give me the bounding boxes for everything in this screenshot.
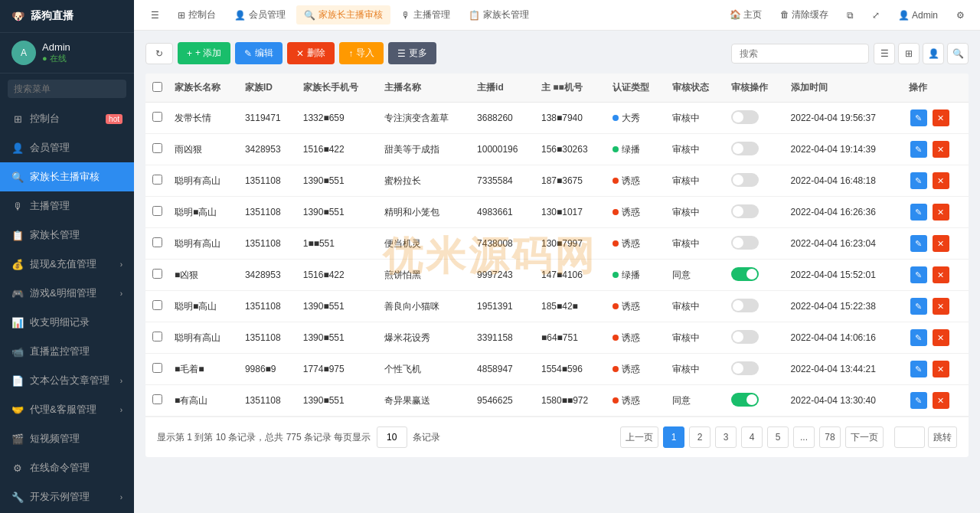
review-toggle[interactable] [731, 236, 759, 250]
row-checkbox[interactable] [152, 206, 162, 216]
row-toggle-cell [725, 103, 784, 134]
sidebar: 🐶 舔狗直播 A Admin ● 在线 ⊞ 控制台 hot 👤 会员管理 🔍 家… [0, 0, 134, 513]
row-edit-button[interactable]: ✎ [910, 266, 927, 283]
sidebar-item-members[interactable]: 👤 会员管理 [0, 133, 134, 162]
page-2-button[interactable]: 2 [689, 426, 710, 448]
topnav-label: 会员管理 [249, 8, 286, 21]
row-edit-button[interactable]: ✎ [910, 109, 927, 126]
row-edit-button[interactable]: ✎ [910, 235, 927, 252]
column-settings-button[interactable]: 👤 [923, 43, 944, 64]
edit-button[interactable]: ✎ 编辑 [235, 42, 283, 64]
pagination: 显示第 1 到第 10 条记录，总共 775 条记录 每页显示 条记录 上一页 … [145, 417, 969, 457]
user-profile: A Admin ● 在线 [0, 33, 134, 74]
page-1-button[interactable]: 1 [663, 426, 684, 448]
grid-view-button[interactable]: ⊞ [898, 43, 920, 64]
refresh-button[interactable]: ↻ [145, 43, 173, 64]
sidebar-item-monitor[interactable]: 📹 直播监控管理 [0, 337, 134, 366]
topnav-clear-cache[interactable]: 🗑 清除缓存 [774, 5, 835, 25]
more-button[interactable]: ☰ 更多 [388, 42, 436, 64]
topnav-item-console[interactable]: ⊞ 控制台 [170, 5, 224, 25]
sidebar-item-family-mgmt[interactable]: 📋 家族长管理 [0, 221, 134, 250]
row-checkbox[interactable] [152, 300, 162, 310]
row-checkbox[interactable] [152, 143, 162, 153]
sidebar-item-records[interactable]: 📊 收支明细记录 [0, 308, 134, 337]
review-toggle[interactable] [731, 142, 759, 155]
per-page-input[interactable] [377, 426, 407, 448]
review-toggle[interactable] [731, 299, 759, 312]
add-button[interactable]: + + 添加 [178, 42, 230, 64]
jump-button[interactable]: 跳转 [928, 426, 957, 448]
next-page-button[interactable]: 下一页 [845, 426, 884, 448]
search-button[interactable]: 🔍 [947, 43, 969, 64]
sidebar-item-articles[interactable]: 📄 文本公告文章管理 › [0, 366, 134, 395]
row-delete-button[interactable]: ✕ [933, 392, 949, 409]
list-view-button[interactable]: ☰ [874, 43, 895, 64]
sidebar-item-videos[interactable]: 🎬 短视频管理 [0, 424, 134, 453]
topnav-user[interactable]: 👤 Admin [892, 7, 944, 24]
sidebar-item-console[interactable]: ⊞ 控制台 hot [0, 104, 134, 133]
sidebar-item-finance[interactable]: 💰 提现&充值管理 › [0, 250, 134, 279]
topnav-hamburger[interactable]: ☰ [143, 7, 167, 24]
topnav-fullscreen-exit[interactable]: ⧉ [841, 7, 860, 24]
delete-icon: ✕ [296, 48, 304, 59]
row-checkbox[interactable] [152, 237, 162, 247]
jump-page-input[interactable] [894, 426, 925, 448]
delete-button[interactable]: ✕ 删除 [287, 42, 335, 64]
review-toggle[interactable] [731, 110, 759, 124]
row-edit-button[interactable]: ✎ [910, 204, 927, 221]
row-checkbox[interactable] [152, 112, 162, 122]
import-button[interactable]: ↑ 导入 [339, 42, 384, 64]
row-delete-button[interactable]: ✕ [933, 172, 949, 189]
row-checkbox[interactable] [152, 394, 162, 404]
row-family-name: ■毛着■ [168, 354, 239, 385]
page-5-button[interactable]: 5 [767, 426, 789, 448]
sidebar-item-agents[interactable]: 🤝 代理&客服管理 › [0, 395, 134, 424]
topnav-item-family-mgmt[interactable]: 📋 家族长管理 [461, 5, 537, 25]
review-toggle[interactable] [731, 393, 759, 407]
row-delete-button[interactable]: ✕ [933, 235, 949, 252]
row-edit-button[interactable]: ✎ [910, 172, 927, 189]
row-delete-button[interactable]: ✕ [933, 361, 949, 377]
row-edit-button[interactable]: ✎ [910, 141, 927, 158]
review-toggle[interactable] [731, 173, 759, 187]
row-checkbox[interactable] [152, 332, 162, 341]
review-toggle[interactable] [731, 330, 759, 344]
search-input[interactable] [731, 44, 869, 64]
topnav-fullscreen[interactable]: ⤢ [866, 7, 886, 24]
sidebar-item-dev[interactable]: 🔧 开发示例管理 › [0, 482, 134, 511]
topnav-settings[interactable]: ⚙ [950, 7, 971, 24]
prev-page-button[interactable]: 上一页 [620, 426, 658, 448]
header-add-time: 添加时间 [785, 74, 903, 103]
row-delete-button[interactable]: ✕ [933, 109, 949, 126]
row-delete-button[interactable]: ✕ [933, 298, 949, 315]
page-4-button[interactable]: 4 [741, 426, 763, 448]
sidebar-item-games[interactable]: 🎮 游戏&明细管理 › [0, 279, 134, 308]
row-delete-button[interactable]: ✕ [933, 141, 949, 158]
page-3-button[interactable]: 3 [715, 426, 737, 448]
row-delete-button[interactable]: ✕ [933, 266, 949, 283]
review-toggle[interactable] [731, 361, 759, 375]
row-edit-button[interactable]: ✎ [910, 329, 927, 346]
row-checkbox[interactable] [152, 363, 162, 373]
review-toggle[interactable] [731, 267, 759, 281]
review-toggle[interactable] [731, 204, 759, 218]
topnav-item-members[interactable]: 👤 会员管理 [227, 5, 293, 25]
row-delete-button[interactable]: ✕ [933, 329, 949, 346]
sidebar-item-anchors[interactable]: 🎙 主播管理 [0, 191, 134, 221]
sidebar-search-input[interactable] [8, 80, 126, 98]
row-edit-button[interactable]: ✎ [910, 298, 927, 315]
topnav-item-family-review[interactable]: 🔍 家族长主播审核 [296, 5, 390, 25]
topnav-home[interactable]: 🏠 主页 [724, 5, 768, 25]
row-edit-button[interactable]: ✎ [910, 361, 927, 377]
sidebar-item-family-review[interactable]: 🔍 家族长主播审核 [0, 162, 134, 191]
page-last-button[interactable]: 78 [819, 426, 841, 448]
row-checkbox-cell [145, 134, 168, 165]
row-edit-button[interactable]: ✎ [910, 392, 927, 409]
sidebar-item-commands[interactable]: ⚙ 在线命令管理 [0, 453, 134, 482]
topnav-item-anchors[interactable]: 🎙 主播管理 [394, 5, 458, 25]
row-delete-button[interactable]: ✕ [933, 204, 949, 221]
row-anchor-name: 爆米花设秀 [378, 322, 471, 354]
row-checkbox[interactable] [152, 269, 162, 279]
select-all-checkbox[interactable] [152, 82, 162, 92]
row-checkbox[interactable] [152, 175, 162, 185]
